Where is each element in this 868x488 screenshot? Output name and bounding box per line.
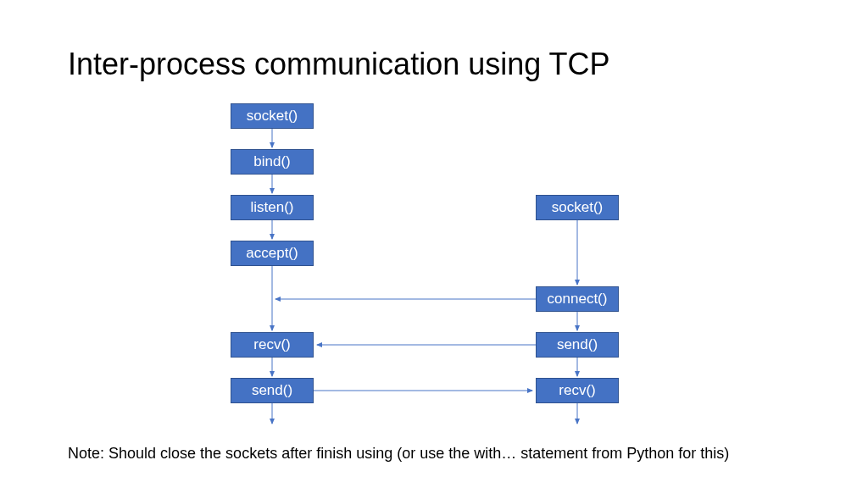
server-box-bind: bind() <box>231 149 314 175</box>
client-box-connect: connect() <box>536 286 619 312</box>
client-box-recv: recv() <box>536 378 619 403</box>
server-box-listen: listen() <box>231 195 314 220</box>
footer-note: Note: Should close the sockets after fin… <box>68 445 729 463</box>
slide-title: Inter-process communication using TCP <box>68 47 610 82</box>
client-box-send: send() <box>536 332 619 358</box>
server-box-recv: recv() <box>231 332 314 358</box>
server-box-accept: accept() <box>231 241 314 266</box>
client-box-socket: socket() <box>536 195 619 220</box>
server-box-send: send() <box>231 378 314 403</box>
server-box-socket: socket() <box>231 103 314 129</box>
